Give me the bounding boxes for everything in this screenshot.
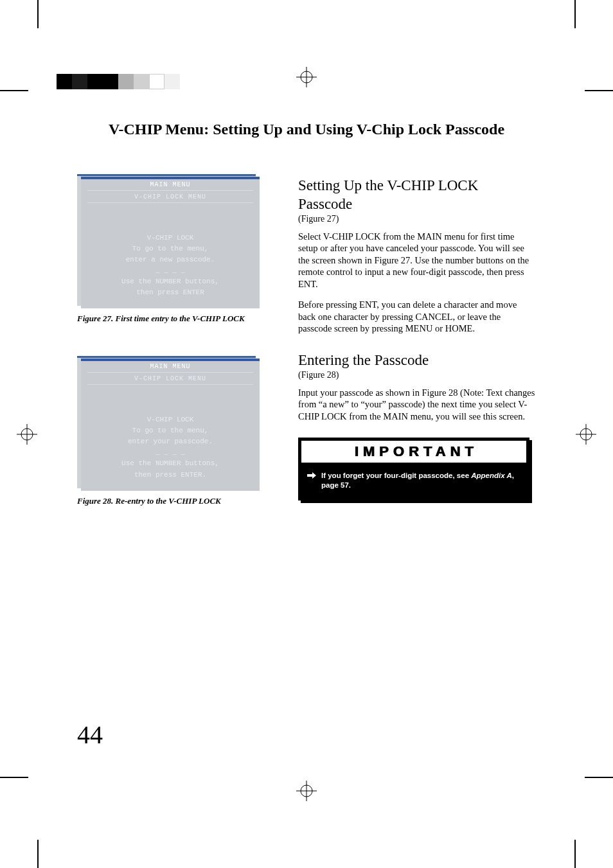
tv-header: MAIN MENU	[87, 181, 253, 191]
tv-subheader: V-CHIP LOCK MENU	[87, 193, 253, 203]
tv-header: MAIN MENU	[87, 362, 253, 373]
grayscale-calibration-bar	[57, 74, 180, 89]
body-paragraph: Input your passcode as shown in Figure 2…	[298, 387, 536, 423]
tv-line: enter a new passcode.	[87, 254, 253, 265]
tv-screen-figure-28: MAIN MENU V-CHIP LOCK MENU V-CHIP LOCK T…	[81, 359, 260, 490]
tv-line: _ _ _ _	[87, 265, 253, 276]
figure-reference: (Figure 28)	[298, 370, 536, 380]
registration-target-icon	[296, 781, 317, 801]
tv-line: V-CHIP LOCK	[87, 233, 253, 244]
crop-mark	[574, 0, 576, 28]
figure-caption: Figure 27. First time entry to the V-CHI…	[77, 314, 276, 324]
registration-target-icon	[17, 424, 37, 445]
figure-reference: (Figure 27)	[298, 214, 536, 224]
right-column: Setting Up the V-CHIP LOCK Passcode (Fig…	[298, 177, 536, 541]
figure-caption: Figure 28. Re-entry to the V-CHIP LOCK	[77, 496, 276, 506]
important-callout: IMPORTANT If you forget your four-digit …	[298, 438, 529, 500]
section-heading: Setting Up the V-CHIP LOCK Passcode	[298, 177, 536, 214]
tv-line: _ _ _ _	[87, 447, 253, 458]
body-paragraph: Before pressing ENT, you can delete a ch…	[298, 299, 536, 335]
important-text: If you forget your four-digit passcode, …	[321, 471, 520, 490]
tv-line: then press ENTER.	[87, 470, 253, 481]
crop-mark	[37, 840, 39, 868]
crop-mark	[0, 90, 28, 91]
left-column: MAIN MENU V-CHIP LOCK MENU V-CHIP LOCK T…	[77, 177, 276, 541]
tv-screen-figure-27: MAIN MENU V-CHIP LOCK MENU V-CHIP LOCK T…	[81, 177, 260, 308]
page-number: 44	[77, 720, 103, 750]
tv-line: Use the NUMBER buttons,	[87, 458, 253, 469]
crop-mark	[37, 0, 39, 28]
tv-line: enter your passcode.	[87, 436, 253, 447]
tv-line: then press ENTER	[87, 287, 253, 298]
tv-line: Use the NUMBER buttons,	[87, 276, 253, 287]
page-content: V-CHIP Menu: Setting Up and Using V-Chip…	[42, 95, 571, 773]
section-heading: Entering the Passcode	[298, 351, 536, 370]
tv-line: To go to the menu,	[87, 244, 253, 254]
registration-target-icon	[576, 424, 596, 445]
registration-target-icon	[296, 67, 317, 87]
important-heading: IMPORTANT	[301, 441, 526, 463]
tv-subheader: V-CHIP LOCK MENU	[87, 375, 253, 385]
page-title: V-CHIP Menu: Setting Up and Using V-Chip…	[77, 121, 536, 138]
crop-mark	[574, 840, 576, 868]
crop-mark	[0, 777, 28, 778]
tv-line: To go to the menu,	[87, 425, 253, 436]
arrow-right-icon	[307, 472, 316, 482]
body-paragraph: Select V-CHIP LOCK from the MAIN menu fo…	[298, 231, 536, 290]
crop-mark	[585, 90, 613, 91]
tv-line: V-CHIP LOCK	[87, 414, 253, 425]
crop-mark	[585, 777, 613, 778]
